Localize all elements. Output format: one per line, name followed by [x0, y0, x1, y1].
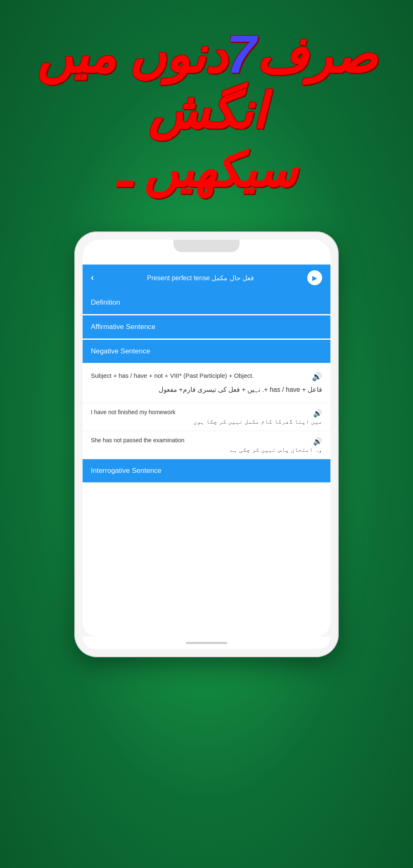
back-button[interactable]: ‹: [91, 272, 94, 283]
phone-body: ‹ Present perfect tense فعل حال مکمل ▶ D…: [74, 231, 339, 657]
hero-urdu-prefix: صرف: [256, 28, 377, 83]
definition-label: Definition: [91, 298, 120, 307]
example-1-urdu: میں اپنا گھرکا کام مکمل نہیں کر چکا ہوں: [91, 418, 322, 425]
app-header: ‹ Present perfect tense فعل حال مکمل ▶: [83, 265, 330, 291]
hero-title-line2: سیکھیں ـ: [8, 143, 405, 198]
example-1-english: I have not finished my homework: [91, 409, 322, 415]
negative-button[interactable]: Negative Sentence: [83, 340, 330, 364]
example-1-block: 🔊 I have not finished my homework میں اپ…: [83, 403, 330, 431]
phone-notch-area: [83, 240, 330, 265]
negative-formula-english: Subject + has / have + not + VIII* (Past…: [91, 371, 322, 381]
hero-title-line1: صرف7دنوں میں انگش: [8, 25, 405, 138]
example-2-english: She has not passed the examination: [91, 437, 322, 444]
example-2-urdu: وہ امتحان پاس نہیں کر چکی ہے: [91, 446, 322, 453]
negative-label: Negative Sentence: [91, 347, 150, 355]
phone-home-bar: [83, 637, 330, 649]
example-2-block: 🔊 She has not passed the examination وہ …: [83, 431, 330, 459]
hero-number: 7: [226, 24, 256, 84]
phone-screen: ‹ Present perfect tense فعل حال مکمل ▶ D…: [83, 265, 330, 637]
interrogative-label: Interrogative Sentence: [91, 467, 161, 475]
speaker-icon-1[interactable]: 🔊: [312, 372, 322, 382]
affirmative-label: Affirmative Sentence: [91, 323, 156, 331]
negative-formula-urdu: فاعل + has / have +. نہیں + فعل کی تیسری…: [91, 384, 322, 396]
speaker-icon-2[interactable]: 🔊: [313, 409, 322, 418]
hero-section: صرف7دنوں میں انگش سیکھیں ـ: [0, 17, 413, 206]
interrogative-button[interactable]: Interrogative Sentence: [83, 459, 330, 484]
speaker-icon-3[interactable]: 🔊: [313, 437, 322, 446]
affirmative-button[interactable]: Affirmative Sentence: [83, 315, 330, 340]
definition-button[interactable]: Definition: [83, 291, 330, 315]
play-button[interactable]: ▶: [307, 270, 322, 285]
header-title: Present perfect tense فعل حال مکمل: [94, 274, 307, 282]
phone-mockup: ‹ Present perfect tense فعل حال مکمل ▶ D…: [74, 231, 339, 657]
negative-content: 🔊 Subject + has / have + not + VIII* (Pa…: [83, 364, 330, 403]
home-indicator: [186, 642, 227, 644]
phone-notch: [173, 240, 240, 252]
